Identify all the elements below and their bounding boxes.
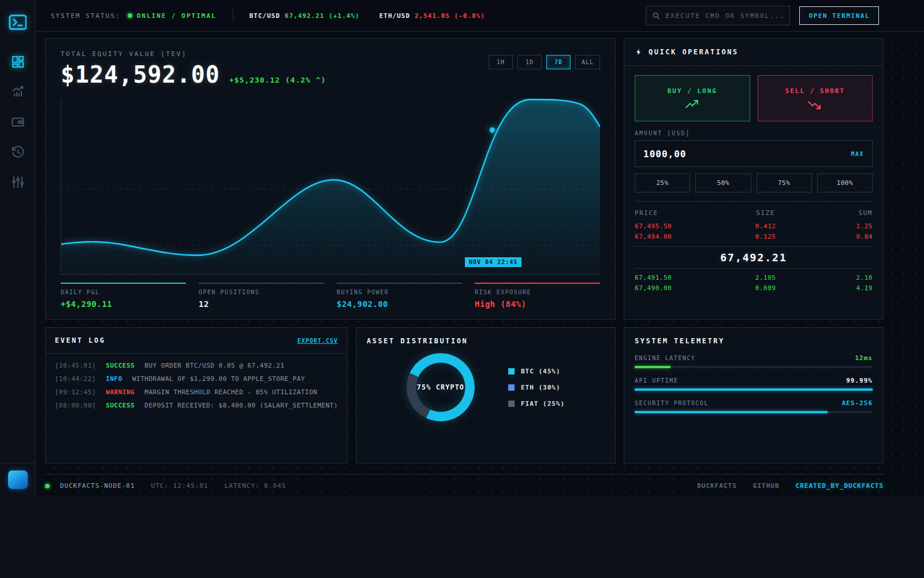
max-button[interactable]: MAX <box>851 151 864 157</box>
stat-risk-exposure: RISK EXPOSURE High (84%) <box>475 283 600 309</box>
bid-sum: 4.19 <box>805 283 873 294</box>
sidebar-item-markets[interactable] <box>11 85 25 99</box>
percent-50-button[interactable]: 50% <box>695 173 751 192</box>
bid-price: 67,490.00 <box>635 283 726 294</box>
stat-label: BUYING POWER <box>337 289 462 295</box>
log-message: DEPOSIT RECEIVED: $8,400.00 (SALARY_SETT… <box>144 402 338 409</box>
metric-label: SECURITY PROTOCOL <box>635 400 709 406</box>
btc-pair-label: BTC/USD <box>249 12 280 20</box>
ask-price: 67,494.00 <box>635 232 726 242</box>
stat-label: DAILY P&L <box>61 289 186 295</box>
order-book: PRICE SIZE SUM 67,495.50 0.412 1.25 67,4… <box>635 201 873 294</box>
bid-row[interactable]: 67,490.00 0.089 4.19 <box>635 283 873 294</box>
ask-sum: 1.25 <box>805 221 873 232</box>
sum-column-header: SUM <box>805 208 873 218</box>
node-status-dot-icon <box>45 484 50 488</box>
ask-row[interactable]: 67,495.50 0.412 1.25 <box>635 221 873 232</box>
metric-api-uptime: API UPTIME 99.99% <box>635 377 873 391</box>
equity-delta: +$5,230.12 (4.2% ^) <box>229 76 326 84</box>
percent-100-button[interactable]: 100% <box>817 173 873 192</box>
mid-price: 67,492.21 <box>635 246 873 269</box>
percent-75-button[interactable]: 75% <box>757 173 812 192</box>
dashboard-grid-icon <box>11 55 25 69</box>
btc-swatch-icon <box>508 368 515 375</box>
log-level-badge: SUCCESS <box>106 402 135 409</box>
terminal-logo-icon[interactable] <box>9 14 27 31</box>
ask-size: 0.412 <box>726 221 805 232</box>
btc-price-value: 67,492.21 (+1.4%) <box>285 12 360 20</box>
metric-label: API UPTIME <box>635 377 678 384</box>
bid-size: 0.089 <box>726 283 805 294</box>
ask-sum: 0.84 <box>805 232 873 242</box>
event-log-title: EVENT LOG <box>55 336 106 344</box>
sell-short-label: SELL / SHORT <box>785 87 845 95</box>
log-timestamp: [08:00:00] <box>55 402 96 409</box>
ask-row[interactable]: 67,494.00 0.125 0.84 <box>635 232 873 242</box>
github-link[interactable]: GITHUB <box>753 482 780 490</box>
metric-value: 99.99% <box>846 377 873 384</box>
credit-link[interactable]: CREATED_BY_DUCKFACTS <box>796 482 884 490</box>
event-log-panel: EVENT LOG EXPORT.CSV [10:45:01] SUCCESS … <box>45 327 348 464</box>
eth-ticker: ETH/USD2,541.05 (-0.8%) <box>379 12 485 20</box>
timeframe-1h-button[interactable]: 1H <box>489 55 513 69</box>
log-level-badge: WARNING <box>106 388 135 396</box>
legend-label: ETH (30%) <box>521 384 561 391</box>
quick-operations-title: QUICK OPERATIONS <box>649 48 739 56</box>
asset-distribution-panel: ASSET DISTRIBUTION 75% CRYPTO BTC (45%) … <box>356 327 616 464</box>
log-level-badge: SUCCESS <box>106 362 135 369</box>
trending-up-icon <box>685 100 699 109</box>
sidebar-item-dashboard[interactable] <box>11 55 25 69</box>
system-status-value: ONLINE / OPTIMAL <box>137 12 217 20</box>
log-timestamp: [10:45:01] <box>55 362 96 369</box>
progress-fill <box>635 411 828 413</box>
price-column-header: PRICE <box>635 208 726 218</box>
legend-label: FIAT (25%) <box>521 400 565 407</box>
buy-long-button[interactable]: BUY / LONG <box>635 75 750 121</box>
metric-value: 12ms <box>855 354 873 362</box>
legend-item-eth: ETH (30%) <box>508 384 565 391</box>
open-terminal-button[interactable]: OPEN TERMINAL <box>799 6 879 25</box>
amount-input[interactable] <box>643 149 851 160</box>
percent-options: 25% 50% 75% 100% <box>635 173 873 192</box>
status-footer: DUCKFACTS-NODE-01 UTC: 12:45:01 LATENCY:… <box>45 474 884 490</box>
percent-25-button[interactable]: 25% <box>635 173 690 192</box>
quick-operations-panel: QUICK OPERATIONS BUY / LONG SELL / SHORT <box>624 38 884 320</box>
duckfacts-link[interactable]: DUCKFACTS <box>697 482 737 490</box>
sidebar-item-wallet[interactable] <box>11 115 25 129</box>
avatar[interactable] <box>8 470 28 489</box>
stat-value: +$4,290.11 <box>61 299 186 309</box>
equity-stats-row: DAILY P&L +$4,290.11 OPEN POSITIONS 12 B… <box>61 283 600 309</box>
system-telemetry-title: SYSTEM TELEMETRY <box>635 337 873 345</box>
stat-buying-power: BUYING POWER $24,902.00 <box>337 283 462 309</box>
log-message: WITHDRAWAL OF $1,299.00 TO APPLE_STORE_P… <box>132 375 305 383</box>
progress-track <box>635 388 873 391</box>
command-input[interactable] <box>665 12 784 20</box>
wallet-icon <box>11 115 25 129</box>
sell-short-button[interactable]: SELL / SHORT <box>758 75 873 121</box>
timeframe-7d-button[interactable]: 7D <box>546 55 571 69</box>
bid-row[interactable]: 67,491.50 2.105 2.10 <box>635 273 873 283</box>
command-search-box[interactable] <box>646 6 790 25</box>
timeframe-1d-button[interactable]: 1D <box>517 55 542 69</box>
equity-value: $124,592.00 <box>61 61 220 88</box>
sidebar-item-history[interactable] <box>11 145 25 159</box>
stat-value: High (84%) <box>475 299 600 309</box>
topbar: SYSTEM STATUS: ONLINE / OPTIMAL BTC/USD6… <box>36 0 924 32</box>
stat-open-positions: OPEN POSITIONS 12 <box>199 283 324 309</box>
metric-engine-latency: ENGINE LATENCY 12ms <box>635 354 873 368</box>
timeframe-all-button[interactable]: ALL <box>575 55 600 69</box>
bid-price: 67,491.50 <box>635 273 726 283</box>
log-level-badge: INFO <box>106 375 122 383</box>
equity-area-chart[interactable]: NOV 04 22:45 <box>61 98 600 275</box>
export-csv-link[interactable]: EXPORT.CSV <box>297 338 338 344</box>
equity-panel: TOTAL EQUITY VALUE [TEV] $124,592.00 +$5… <box>45 38 616 320</box>
equity-curve <box>61 98 600 274</box>
log-message: BUY ORDER BTC/USD 0.05 @ 67,492.21 <box>144 362 284 369</box>
stat-value: $24,902.00 <box>337 299 462 309</box>
search-icon <box>652 12 660 20</box>
legend-item-btc: BTC (45%) <box>508 368 565 375</box>
sidebar-item-settings[interactable] <box>11 175 25 189</box>
fiat-swatch-icon <box>508 401 515 407</box>
progress-fill <box>635 366 670 368</box>
system-telemetry-panel: SYSTEM TELEMETRY ENGINE LATENCY 12ms API… <box>624 327 884 464</box>
